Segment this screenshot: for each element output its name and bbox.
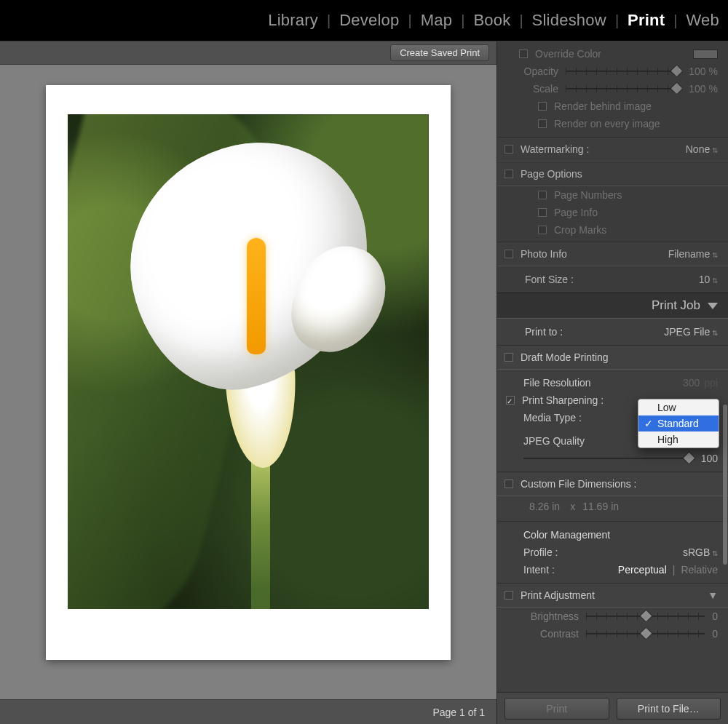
print-to-value[interactable]: JPEG File (664, 326, 718, 338)
page-options-label: Page Options (521, 168, 718, 180)
render-every-checkbox[interactable] (538, 119, 547, 128)
opacity-slider[interactable] (566, 66, 681, 76)
tab-library[interactable]: Library (261, 11, 325, 30)
print-page[interactable] (46, 85, 451, 660)
draft-mode-checkbox[interactable] (505, 353, 513, 362)
file-resolution-row: File Resolution 300 ppi (497, 370, 728, 391)
photo-info-value[interactable]: Filename (668, 248, 718, 260)
sharpening-option-high[interactable]: High (638, 431, 719, 447)
print-button[interactable]: Print (505, 698, 609, 720)
font-size-value[interactable]: 10 (699, 274, 718, 285)
print-adjustment-section[interactable]: Print Adjustment ▼ (497, 583, 728, 608)
opacity-label: Opacity (506, 65, 558, 77)
canvas-zone: Create Saved Print Page 1 of 1 (0, 41, 496, 724)
custom-x: x (570, 501, 575, 512)
opacity-value: 100 % (689, 65, 718, 77)
page-info-checkbox[interactable] (538, 208, 547, 217)
page-info-row: Page Info (497, 204, 728, 221)
canvas-footer: Page 1 of 1 (0, 699, 496, 724)
work-area: Create Saved Print Page 1 of 1 (0, 41, 728, 724)
override-color-checkbox[interactable] (519, 49, 528, 58)
render-every-label: Render on every image (554, 118, 660, 130)
print-job-header[interactable]: Print Job (497, 293, 728, 319)
disclosure-triangle-icon[interactable]: ▼ (708, 589, 718, 601)
brightness-row: Brightness 0 (497, 608, 728, 625)
tab-slideshow[interactable]: Slideshow (525, 11, 614, 30)
render-behind-checkbox[interactable] (538, 102, 547, 111)
profile-value[interactable]: sRGB (683, 546, 718, 558)
sharpening-option-standard[interactable]: Standard (638, 415, 719, 431)
watermarking-label: Watermarking : (521, 143, 686, 155)
brightness-slider[interactable] (586, 611, 705, 621)
photo-info-section[interactable]: Photo Info Filename (497, 242, 728, 266)
photo-info-label: Photo Info (521, 248, 668, 260)
file-resolution-value[interactable]: 300 (683, 377, 700, 389)
custom-dims-row[interactable]: Custom File Dimensions : (497, 472, 728, 496)
print-sharpening-checkbox[interactable] (506, 396, 515, 405)
crop-marks-row: Crop Marks (497, 221, 728, 242)
sharpening-option-low[interactable]: Low (638, 399, 719, 415)
render-every-row: Render on every image (497, 115, 728, 137)
canvas-body[interactable] (0, 65, 496, 699)
canvas-toolbar: Create Saved Print (0, 41, 496, 65)
module-separator: | (672, 12, 678, 29)
profile-row: Profile : sRGB (497, 544, 728, 561)
tab-map[interactable]: Map (414, 11, 459, 30)
font-size-row: Font Size : 10 (497, 266, 728, 293)
watermarking-checkbox[interactable] (505, 145, 513, 154)
disclosure-triangle-icon[interactable] (708, 303, 718, 309)
custom-dims-values-row: 8.26 in x 11.69 in (497, 496, 728, 521)
crop-marks-label: Crop Marks (554, 224, 606, 236)
contrast-label: Contrast (506, 628, 579, 640)
page-options-checkbox[interactable] (505, 170, 513, 178)
panel-scrollbar[interactable] (723, 405, 727, 565)
scale-value: 100 % (689, 83, 718, 95)
watermarking-value[interactable]: None (686, 143, 718, 155)
panel-footer: Print Print to File… (497, 692, 728, 724)
watermarking-section[interactable]: Watermarking : None (497, 137, 728, 162)
module-separator: | (518, 12, 524, 29)
contrast-value[interactable]: 0 (712, 628, 718, 640)
override-color-label: Override Color (535, 48, 687, 60)
contrast-slider[interactable] (586, 629, 705, 639)
jpeg-quality-value[interactable]: 100 (701, 453, 718, 464)
panel-scroll[interactable]: Override Color Opacity 100 % Scale 100 % (497, 41, 728, 692)
page-indicator: Page 1 of 1 (432, 707, 485, 718)
scale-slider[interactable] (566, 84, 681, 94)
file-resolution-label: File Resolution (506, 377, 683, 389)
photo-preview[interactable] (68, 114, 429, 609)
photo-info-checkbox[interactable] (505, 250, 513, 258)
custom-height-unit: in (611, 501, 619, 512)
page-options-section[interactable]: Page Options (497, 162, 728, 186)
module-separator: | (325, 12, 332, 29)
profile-label: Profile : (506, 546, 683, 558)
print-to-label: Print to : (507, 326, 664, 338)
intent-relative[interactable]: Relative (681, 564, 718, 576)
override-color-swatch[interactable] (693, 49, 718, 59)
print-job-title: Print Job (652, 298, 700, 313)
print-sharpening-dropdown[interactable]: Low Standard High (638, 399, 719, 448)
intent-row: Intent : Perceptual | Relative (497, 561, 728, 583)
brightness-label: Brightness (506, 610, 579, 622)
scale-row: Scale 100 % (497, 80, 728, 98)
tab-web[interactable]: Web (679, 11, 727, 30)
color-mgmt-label: Color Management (506, 529, 718, 541)
create-saved-print-button[interactable]: Create Saved Print (390, 44, 489, 61)
custom-width[interactable]: 8.26 (529, 501, 549, 512)
custom-height[interactable]: 11.69 (582, 501, 608, 512)
intent-perceptual[interactable]: Perceptual (618, 564, 667, 576)
tab-book[interactable]: Book (466, 11, 518, 30)
color-mgmt-header: Color Management (497, 521, 728, 544)
tab-develop[interactable]: Develop (332, 11, 406, 30)
jpeg-quality-slider[interactable] (523, 453, 694, 464)
module-separator: | (459, 12, 466, 29)
print-adjustment-checkbox[interactable] (505, 591, 513, 600)
brightness-value[interactable]: 0 (712, 610, 718, 622)
crop-marks-checkbox[interactable] (538, 226, 547, 234)
custom-dims-checkbox[interactable] (505, 480, 513, 488)
page-numbers-checkbox[interactable] (538, 191, 547, 199)
right-panel: Override Color Opacity 100 % Scale 100 % (496, 41, 728, 724)
draft-mode-row[interactable]: Draft Mode Printing (497, 345, 728, 370)
print-to-file-button[interactable]: Print to File… (617, 698, 721, 720)
tab-print[interactable]: Print (620, 11, 672, 30)
